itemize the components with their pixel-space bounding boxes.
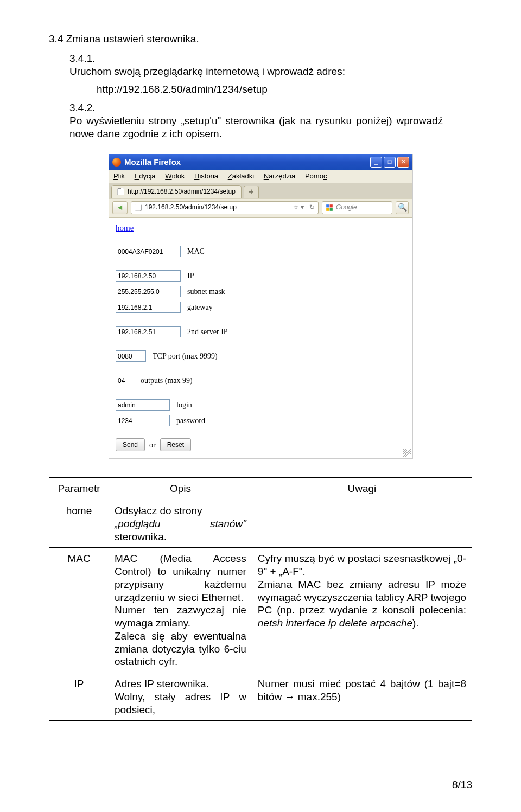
table-row: home Odsyłacz do strony „podglądu stanów… [49, 500, 472, 548]
svg-rect-3 [330, 208, 333, 210]
server-ip-input[interactable] [116, 326, 181, 337]
window-title: Mozilla Firefox [124, 157, 181, 168]
password-label: password [176, 416, 205, 426]
gateway-input[interactable] [116, 302, 181, 313]
param-desc: MAC (Media Access Control) to unikalny n… [109, 548, 252, 673]
favicon-icon [117, 188, 124, 195]
svg-rect-2 [326, 208, 329, 210]
browser-window: Mozilla Firefox _ □ ✕ Plik Edycja Widok … [109, 154, 412, 458]
section-title: 3.4 Zmiana ustawień sterownika. [49, 33, 472, 46]
or-label: or [149, 440, 156, 450]
login-row: login [116, 399, 405, 411]
mask-row: subnet mask [116, 286, 405, 297]
buttons-row: Send or Reset [116, 438, 405, 451]
ip-row: IP [116, 270, 405, 282]
param-note: Cyfry muszą być w postaci szesnastkowej … [252, 548, 472, 673]
send-button[interactable]: Send [116, 438, 145, 451]
params-table: Parametr Opis Uwagi home Odsyłacz do str… [49, 477, 472, 721]
server-ip-label: 2nd server IP [187, 327, 228, 337]
menu-history[interactable]: Historia [194, 172, 218, 180]
reset-button[interactable]: Reset [160, 438, 191, 451]
param-note [252, 500, 472, 548]
search-input[interactable]: Google [322, 201, 392, 214]
bookmark-icon[interactable]: ☆ ▾ [293, 203, 304, 212]
step-text: Po wyświetleniu strony „setup'u" sterown… [69, 114, 443, 140]
table-row: IP Adres IP sterownika. Wolny, stały adr… [49, 673, 472, 721]
menu-help[interactable]: Pomoc [305, 172, 327, 180]
col-opis: Opis [109, 478, 252, 500]
step-text: Uruchom swoją przeglądarkę internetową i… [69, 65, 443, 78]
gw-row: gateway [116, 302, 405, 313]
password-input[interactable] [116, 415, 170, 426]
reload-icon[interactable]: ↻ [309, 203, 315, 212]
mac-input[interactable] [116, 246, 181, 257]
param-desc: Odsyłacz do strony „podglądu stanów" ste… [109, 500, 252, 548]
param-name: home [49, 500, 109, 548]
browser-tab[interactable]: http://192.168.2.50/admin/1234/setup [111, 185, 242, 198]
url-input[interactable]: 192.168.2.50/admin/1234/setup ☆ ▾ ↻ [131, 201, 319, 214]
gateway-label: gateway [187, 303, 213, 312]
step-1-url: http://192.168.2.50/admin/1234/setup [97, 83, 472, 96]
back-button[interactable]: ◄ [112, 201, 128, 214]
home-link[interactable]: home [116, 223, 134, 232]
port-label: TCP port (max 9999) [153, 351, 218, 361]
login-label: login [176, 400, 192, 410]
outputs-label: outputs (max 99) [141, 376, 193, 386]
password-row: password [116, 415, 405, 426]
port-input[interactable] [116, 350, 146, 362]
ip-label: IP [187, 271, 194, 281]
page-number: 8/13 [452, 778, 472, 791]
col-uwagi: Uwagi [252, 478, 472, 500]
step-1: 3.4.1. Uruchom swoją przeglądarkę intern… [69, 52, 472, 78]
mac-row: MAC [116, 246, 405, 257]
step-number: 3.4.1. [69, 52, 97, 65]
firefox-icon [112, 158, 121, 167]
google-icon [326, 204, 333, 212]
titlebar: Mozilla Firefox _ □ ✕ [109, 154, 412, 170]
mask-label: subnet mask [187, 287, 225, 297]
table-row: MAC MAC (Media Access Control) to unikal… [49, 548, 472, 673]
menu-bookmarks[interactable]: Zakładki [228, 172, 254, 180]
mac-label: MAC [187, 247, 205, 257]
login-input[interactable] [116, 399, 170, 411]
svg-rect-0 [326, 204, 329, 207]
svg-rect-1 [330, 204, 333, 207]
favicon-icon [135, 204, 142, 211]
tab-label: http://192.168.2.50/admin/1234/setup [128, 188, 236, 196]
address-bar-row: ◄ 192.168.2.50/admin/1234/setup ☆ ▾ ↻ Go… [109, 198, 412, 217]
outputs-input[interactable] [116, 375, 134, 386]
menu-file[interactable]: Plik [113, 172, 125, 180]
step-2: 3.4.2. Po wyświetleniu strony „setup'u" … [69, 101, 472, 140]
minimize-button[interactable]: _ [370, 157, 382, 168]
menu-tools[interactable]: Narzędzia [264, 172, 296, 180]
table-header-row: Parametr Opis Uwagi [49, 478, 472, 500]
url-text: 192.168.2.50/admin/1234/setup [145, 203, 237, 212]
resize-grip-icon [403, 449, 411, 457]
server-ip-row: 2nd server IP [116, 326, 405, 337]
close-button[interactable]: ✕ [397, 157, 409, 168]
ip-input[interactable] [116, 270, 181, 282]
menu-bar: Plik Edycja Widok Historia Zakładki Narz… [109, 170, 412, 182]
tab-bar: http://192.168.2.50/admin/1234/setup + [109, 183, 412, 198]
menu-view[interactable]: Widok [165, 172, 185, 180]
new-tab-button[interactable]: + [244, 186, 259, 198]
page-content: home MAC IP subnet mask gateway 2nd serv… [109, 217, 412, 458]
maximize-button[interactable]: □ [384, 157, 396, 168]
param-desc: Adres IP sterownika. Wolny, stały adres … [109, 673, 252, 721]
menu-edit[interactable]: Edycja [135, 172, 156, 180]
outputs-row: outputs (max 99) [116, 375, 405, 386]
step-number: 3.4.2. [69, 101, 97, 114]
param-note: Numer musi mieć postać 4 bajtów (1 bajt=… [252, 673, 472, 721]
window-buttons: _ □ ✕ [370, 157, 409, 168]
port-row: TCP port (max 9999) [116, 350, 405, 362]
param-name: IP [49, 673, 109, 721]
search-button[interactable]: 🔍 [396, 201, 409, 214]
search-placeholder: Google [336, 203, 357, 212]
mask-input[interactable] [116, 286, 181, 297]
col-parametr: Parametr [49, 478, 109, 500]
param-name: MAC [49, 548, 109, 673]
